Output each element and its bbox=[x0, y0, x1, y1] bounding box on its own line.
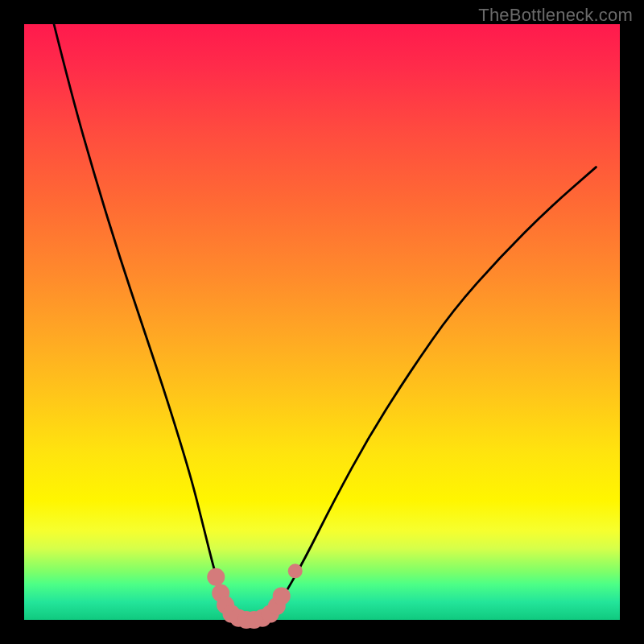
bottleneck-curve bbox=[54, 24, 596, 620]
curve-layer bbox=[24, 24, 620, 620]
chart-outer-frame: TheBottleneck.com bbox=[0, 0, 644, 644]
trough-dot bbox=[288, 564, 303, 578]
plot-area bbox=[24, 24, 620, 620]
trough-dot bbox=[207, 568, 225, 586]
watermark-text: TheBottleneck.com bbox=[478, 5, 633, 26]
trough-highlight bbox=[207, 564, 302, 629]
trough-dot bbox=[273, 587, 291, 605]
